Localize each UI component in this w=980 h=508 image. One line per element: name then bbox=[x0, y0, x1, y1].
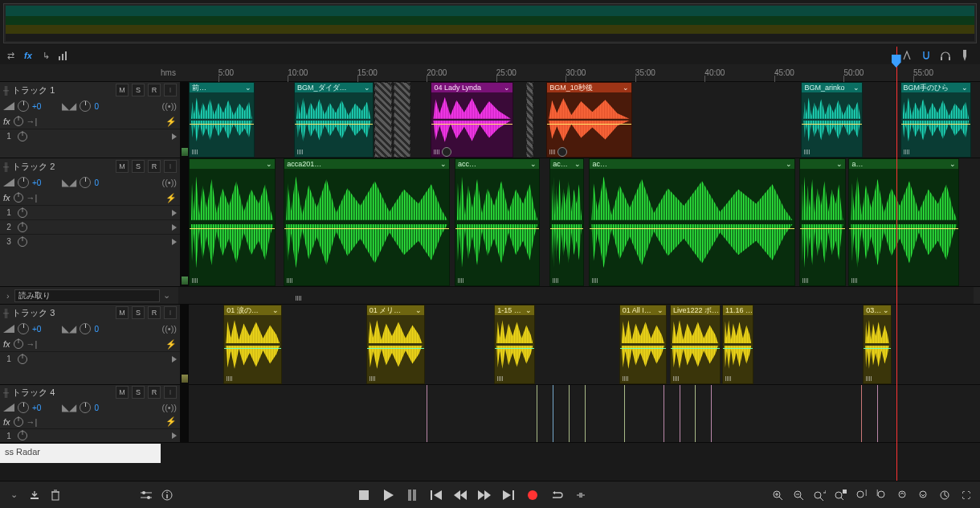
pan-knob[interactable] bbox=[80, 323, 91, 334]
marker-icon[interactable] bbox=[958, 48, 972, 63]
lightning-icon[interactable]: ⚡ bbox=[165, 193, 177, 203]
chevron-down-icon[interactable] bbox=[574, 160, 581, 168]
forward-button[interactable] bbox=[478, 489, 491, 502]
solo-button[interactable]: S bbox=[132, 386, 145, 399]
record-arm-button[interactable]: R bbox=[148, 386, 161, 399]
audio-clip[interactable]: BGM手のひら bbox=[900, 82, 972, 158]
audio-clip[interactable]: 前… bbox=[189, 82, 255, 158]
chevron-right-icon[interactable]: › bbox=[6, 291, 10, 301]
record-arm-button[interactable]: R bbox=[148, 84, 161, 96]
skip-end-button[interactable] bbox=[502, 489, 515, 502]
volume-value[interactable]: +0 bbox=[32, 178, 41, 187]
send-power-icon[interactable] bbox=[18, 132, 27, 141]
monitor-input-button[interactable]: I bbox=[164, 160, 177, 173]
clip-fx-badge-icon[interactable] bbox=[442, 147, 451, 157]
audio-clip[interactable] bbox=[799, 158, 845, 286]
solo-button[interactable]: S bbox=[132, 306, 145, 319]
chevron-down-icon[interactable] bbox=[272, 306, 279, 314]
edit-point-icon[interactable] bbox=[900, 48, 914, 63]
solo-button[interactable]: S bbox=[132, 160, 145, 173]
import-icon[interactable] bbox=[27, 488, 42, 502]
mute-button[interactable]: M bbox=[116, 306, 129, 319]
zoom-out-button[interactable] bbox=[792, 489, 805, 502]
zoom-out-point-button[interactable]: | bbox=[876, 489, 888, 502]
zoom-time-button[interactable] bbox=[938, 489, 951, 502]
chevron-down-icon[interactable] bbox=[266, 160, 272, 168]
insert-icon[interactable]: →| bbox=[27, 193, 38, 203]
clips-area[interactable]: 01 涙の…01 メリ…1-15 …01 All I…Live1222 ボ…11… bbox=[189, 305, 980, 384]
monitor-input-button[interactable]: I bbox=[164, 84, 177, 96]
pause-button[interactable] bbox=[406, 489, 419, 502]
audio-clip[interactable]: BGM_arinko bbox=[801, 82, 863, 158]
automation-mode-select[interactable]: 読み取り bbox=[14, 289, 160, 302]
send-icon[interactable]: ↳ bbox=[39, 48, 53, 63]
stereo-icon[interactable]: ((•)) bbox=[161, 403, 177, 412]
chevron-down-icon[interactable] bbox=[530, 160, 537, 168]
fx-power-icon[interactable] bbox=[14, 417, 23, 427]
record-arm-button[interactable]: R bbox=[148, 160, 161, 173]
audio-clip[interactable]: BGM_ダイダ… bbox=[294, 82, 374, 158]
fx-label[interactable]: fx bbox=[3, 417, 10, 427]
chevron-down-icon[interactable] bbox=[657, 306, 664, 314]
zoom-amplitude-out-button[interactable] bbox=[917, 489, 930, 502]
fx-toggle-icon[interactable]: fx bbox=[21, 48, 35, 63]
stereo-icon[interactable]: ((•)) bbox=[161, 101, 177, 111]
chevron-down-icon[interactable] bbox=[245, 84, 251, 92]
volume-knob[interactable] bbox=[18, 177, 29, 188]
insert-icon[interactable]: →| bbox=[27, 417, 38, 427]
loop-button[interactable] bbox=[550, 489, 563, 502]
clip-fx-badge-icon[interactable] bbox=[557, 147, 567, 157]
mute-button[interactable]: M bbox=[116, 84, 129, 96]
lightning-icon[interactable]: ⚡ bbox=[165, 416, 177, 427]
settings-sliders-icon[interactable] bbox=[139, 488, 153, 502]
audio-clip[interactable]: 11.16 … bbox=[722, 305, 753, 384]
fx-label[interactable]: fx bbox=[3, 339, 10, 349]
lightning-icon[interactable]: ⚡ bbox=[165, 117, 177, 127]
send-expand-icon[interactable] bbox=[172, 133, 177, 140]
audio-clip[interactable] bbox=[189, 158, 276, 286]
chevron-down-icon[interactable] bbox=[525, 306, 532, 314]
stereo-icon[interactable]: ((•)) bbox=[161, 324, 177, 334]
chevron-down-icon[interactable] bbox=[623, 84, 629, 92]
insert-icon[interactable]: →| bbox=[27, 339, 38, 349]
fx-label[interactable]: fx bbox=[3, 193, 10, 203]
pan-knob[interactable] bbox=[80, 177, 91, 188]
chevron-down-icon[interactable] bbox=[786, 160, 792, 168]
rewind-button[interactable] bbox=[454, 489, 467, 502]
audio-clip[interactable]: 01 All I… bbox=[619, 305, 667, 384]
send-power-icon[interactable] bbox=[18, 354, 27, 364]
volume-knob[interactable] bbox=[18, 402, 29, 413]
audio-clip[interactable]: a… bbox=[848, 158, 959, 286]
chevron-down-icon[interactable] bbox=[504, 84, 510, 92]
chevron-down-icon[interactable] bbox=[883, 306, 889, 314]
send-expand-icon[interactable] bbox=[172, 239, 177, 245]
insert-icon[interactable]: →| bbox=[27, 117, 38, 126]
play-button[interactable] bbox=[382, 489, 394, 502]
volume-value[interactable]: +0 bbox=[32, 102, 41, 111]
chevron-down-icon[interactable] bbox=[836, 160, 843, 168]
pan-knob[interactable] bbox=[80, 402, 91, 413]
monitor-input-button[interactable]: I bbox=[164, 386, 177, 399]
audio-clip[interactable]: 04 Lady Lynda bbox=[431, 82, 512, 158]
stereo-icon[interactable]: ((•)) bbox=[161, 178, 177, 187]
skip-silence-button[interactable] bbox=[574, 489, 587, 502]
pan-value[interactable]: 0 bbox=[94, 325, 99, 334]
chevron-down-icon[interactable] bbox=[415, 306, 422, 314]
monitor-input-button[interactable]: I bbox=[164, 306, 177, 319]
pan-value[interactable]: 0 bbox=[94, 102, 99, 111]
track-grip-icon[interactable]: ╫ bbox=[3, 388, 9, 397]
lightning-icon[interactable]: ⚡ bbox=[165, 339, 177, 350]
skip-start-button[interactable] bbox=[430, 489, 443, 502]
audio-clip[interactable]: 03… bbox=[863, 305, 891, 384]
zoom-selection-button[interactable] bbox=[834, 489, 847, 502]
send-power-icon[interactable] bbox=[18, 237, 27, 247]
clips-area[interactable] bbox=[189, 385, 980, 442]
levels-icon[interactable] bbox=[56, 48, 71, 63]
info-icon[interactable] bbox=[160, 488, 174, 502]
send-expand-icon[interactable] bbox=[172, 432, 177, 439]
audio-clip[interactable]: 01 涙の… bbox=[223, 305, 282, 384]
volume-knob[interactable] bbox=[18, 100, 29, 112]
trash-icon[interactable] bbox=[48, 488, 63, 502]
pan-knob[interactable] bbox=[80, 100, 91, 112]
send-power-icon[interactable] bbox=[18, 431, 27, 440]
